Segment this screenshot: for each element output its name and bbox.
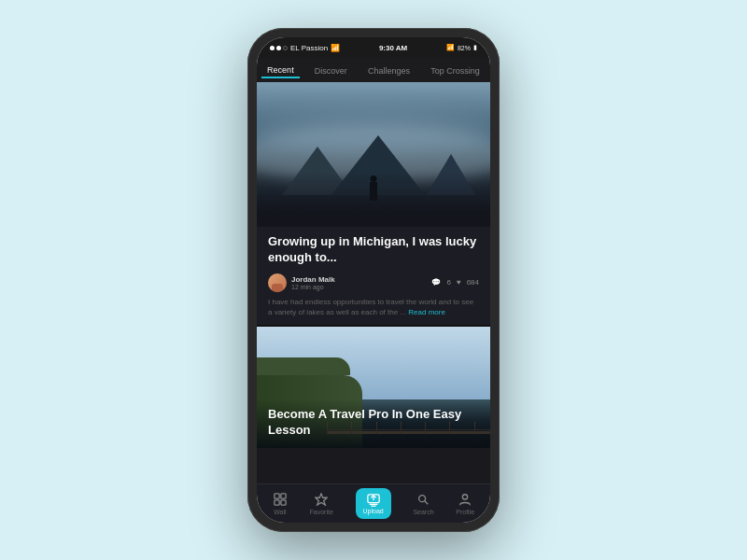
author-avatar xyxy=(268,273,287,292)
profile-icon xyxy=(458,492,472,507)
article-1-content: Growing up in Michigan, I was lucky enou… xyxy=(257,227,490,325)
svg-line-10 xyxy=(425,501,429,505)
article-1-title: Growing up in Michigan, I was lucky enou… xyxy=(268,234,479,266)
search-icon xyxy=(416,492,430,507)
author-row: Jordan Malk 12 min ago 💬 6 ♥ 684 xyxy=(268,273,479,292)
comment-icon: 💬 xyxy=(431,278,441,287)
svg-rect-0 xyxy=(275,494,279,498)
svg-point-11 xyxy=(463,495,468,499)
wall-icon xyxy=(273,492,288,507)
article-2-image: Become A Travel Pro In One Easy Lesson xyxy=(257,327,490,448)
phone-screen: EL Passion 📶 9:30 AM 📶 82% ▮ Recent Disc… xyxy=(257,37,490,523)
signal-dot-2 xyxy=(276,46,281,50)
author-info-left: Jordan Malk 12 min ago xyxy=(268,273,335,292)
author-name: Jordan Malk xyxy=(291,275,335,284)
svg-point-9 xyxy=(419,496,426,502)
tab-top-crossing[interactable]: Top Crossing xyxy=(425,64,486,77)
status-right: 📶 82% ▮ xyxy=(446,44,477,51)
tab-recent[interactable]: Recent xyxy=(261,63,300,78)
avatar-body xyxy=(272,284,283,292)
comment-count: 6 xyxy=(446,278,450,287)
upload-label: Upload xyxy=(363,508,384,514)
nav-tabs: Recent Discover Challenges Top Crossing xyxy=(257,58,490,82)
battery-icon: ▮ xyxy=(473,44,477,51)
article-stats: 💬 6 ♥ 684 xyxy=(431,278,479,287)
read-more-link[interactable]: Read more xyxy=(408,308,445,316)
bottom-nav-favorite[interactable]: Favorite xyxy=(303,489,341,518)
article-card-1[interactable]: Growing up in Michigan, I was lucky enou… xyxy=(257,82,490,325)
article-1-excerpt: I have had endless opportunities to trav… xyxy=(268,297,479,317)
svg-rect-3 xyxy=(281,500,286,505)
svg-marker-4 xyxy=(316,494,327,505)
favorite-label: Favorite xyxy=(310,509,333,515)
signal-dot-3 xyxy=(283,46,288,50)
wall-label: Wall xyxy=(274,509,286,515)
bottom-nav-upload[interactable]: Upload xyxy=(348,485,399,522)
image-gradient-overlay xyxy=(257,171,490,227)
upload-button-bg: Upload xyxy=(356,488,391,519)
signal-dot-1 xyxy=(270,46,275,50)
article-2-title: Become A Travel Pro In One Easy Lesson xyxy=(257,399,490,448)
tab-discover[interactable]: Discover xyxy=(309,64,353,77)
wifi-icon: 📶 xyxy=(331,44,340,52)
article-1-image xyxy=(257,82,490,227)
like-count: 684 xyxy=(467,278,479,287)
status-left: EL Passion 📶 xyxy=(270,44,340,52)
profile-label: Profile xyxy=(456,509,474,515)
svg-rect-2 xyxy=(275,500,279,505)
battery-level: 82% xyxy=(458,45,471,51)
phone-device: EL Passion 📶 9:30 AM 📶 82% ▮ Recent Disc… xyxy=(247,28,500,532)
author-time: 12 min ago xyxy=(291,284,335,290)
tab-challenges[interactable]: Challenges xyxy=(362,64,416,77)
upload-icon xyxy=(366,493,381,508)
carrier-name: EL Passion xyxy=(290,44,328,52)
bottom-nav: Wall Favorite xyxy=(257,483,490,523)
bottom-nav-profile[interactable]: Profile xyxy=(448,489,482,518)
star-icon xyxy=(314,492,329,507)
author-details: Jordan Malk 12 min ago xyxy=(291,275,335,290)
bluetooth-icon: 📶 xyxy=(446,44,455,51)
status-bar: EL Passion 📶 9:30 AM 📶 82% ▮ xyxy=(257,37,490,58)
bottom-nav-wall[interactable]: Wall xyxy=(265,489,295,518)
bottom-nav-search[interactable]: Search xyxy=(405,489,441,518)
signal-dots xyxy=(270,46,288,50)
like-icon: ♥ xyxy=(457,278,461,287)
search-label: Search xyxy=(413,509,433,515)
cliff-top xyxy=(257,357,350,376)
svg-rect-1 xyxy=(281,494,286,498)
content-area: Growing up in Michigan, I was lucky enou… xyxy=(257,82,490,483)
article-card-2[interactable]: Become A Travel Pro In One Easy Lesson xyxy=(257,327,490,448)
status-time: 9:30 AM xyxy=(379,44,407,52)
